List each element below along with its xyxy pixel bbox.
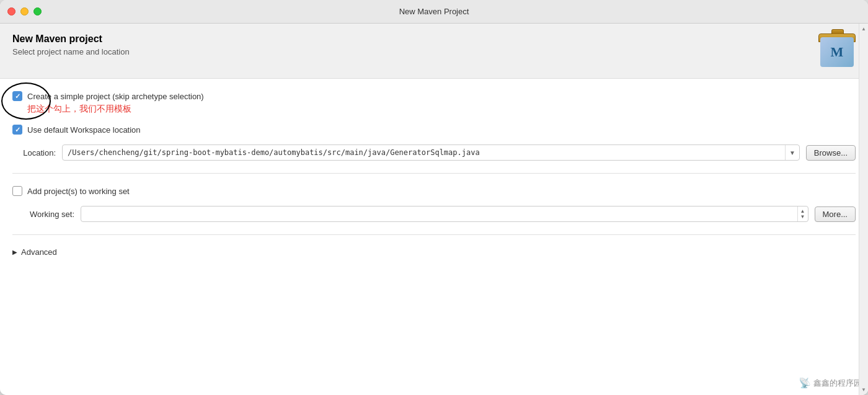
annotation-text: 把这个勾上，我们不用模板 bbox=[27, 104, 856, 115]
arrow-up-icon: ▲ bbox=[800, 209, 805, 214]
window: New Maven Project New Maven project Sele… bbox=[0, 0, 868, 395]
location-label: Location: bbox=[12, 148, 56, 158]
header: New Maven project Select project name an… bbox=[0, 24, 868, 79]
header-title: New Maven project bbox=[12, 33, 130, 45]
form-area: Create a simple project (skip archetype … bbox=[0, 79, 868, 269]
watermark-icon: 📡 bbox=[799, 377, 811, 389]
watermark: 📡 鑫鑫的程序园 bbox=[799, 377, 862, 389]
minimize-button[interactable] bbox=[20, 7, 29, 16]
triangle-icon: ▶ bbox=[12, 249, 17, 255]
working-set-label: Working set: bbox=[12, 210, 74, 219]
maven-icon-letter: M bbox=[831, 44, 844, 60]
advanced-row[interactable]: ▶ Advanced bbox=[12, 247, 856, 257]
more-button[interactable]: More... bbox=[815, 206, 856, 222]
add-project-checkbox[interactable] bbox=[12, 186, 22, 196]
maven-icon-lid-handle bbox=[831, 29, 844, 34]
add-project-label: Add project(s) to working set bbox=[27, 187, 130, 196]
arrow-down-icon: ▼ bbox=[800, 215, 805, 220]
location-dropdown-arrow[interactable]: ▼ bbox=[785, 145, 799, 160]
title-bar: New Maven Project bbox=[0, 0, 868, 24]
working-set-spinner[interactable]: ▲ ▼ bbox=[797, 206, 808, 221]
location-input[interactable] bbox=[63, 148, 785, 157]
divider-1 bbox=[12, 173, 856, 174]
scroll-up-icon[interactable]: ▲ bbox=[861, 26, 866, 32]
window-title: New Maven Project bbox=[399, 7, 469, 16]
create-simple-row: Create a simple project (skip archetype … bbox=[12, 91, 856, 101]
working-set-input-wrapper[interactable]: ▲ ▼ bbox=[81, 206, 808, 222]
advanced-label: Advanced bbox=[21, 247, 57, 257]
maven-icon-body: M bbox=[820, 37, 854, 67]
traffic-lights bbox=[7, 7, 42, 16]
location-input-wrapper: ▼ bbox=[62, 144, 800, 161]
location-row: Location: ▼ Browse... bbox=[12, 144, 856, 161]
use-default-workspace-row: Use default Workspace location bbox=[12, 125, 856, 135]
working-set-row: Working set: ▲ ▼ More... bbox=[12, 206, 856, 222]
watermark-text: 鑫鑫的程序园 bbox=[813, 378, 862, 389]
content-area: New Maven project Select project name an… bbox=[0, 24, 868, 395]
scrollbar[interactable]: ▲ ▼ bbox=[859, 24, 868, 395]
header-subtitle: Select project name and location bbox=[12, 47, 130, 56]
browse-button[interactable]: Browse... bbox=[806, 145, 856, 161]
create-simple-checkbox-wrapper bbox=[12, 91, 22, 101]
scroll-down-icon[interactable]: ▼ bbox=[861, 387, 866, 393]
create-simple-label: Create a simple project (skip archetype … bbox=[27, 92, 204, 101]
use-default-workspace-label: Use default Workspace location bbox=[27, 125, 141, 135]
divider-2 bbox=[12, 234, 856, 235]
create-simple-checkbox[interactable] bbox=[12, 91, 22, 101]
use-default-workspace-checkbox[interactable] bbox=[12, 125, 22, 135]
maximize-button[interactable] bbox=[33, 7, 42, 16]
header-text: New Maven project Select project name an… bbox=[12, 33, 130, 56]
maven-icon: M bbox=[818, 33, 856, 71]
close-button[interactable] bbox=[7, 7, 16, 16]
add-project-row: Add project(s) to working set bbox=[12, 186, 856, 196]
